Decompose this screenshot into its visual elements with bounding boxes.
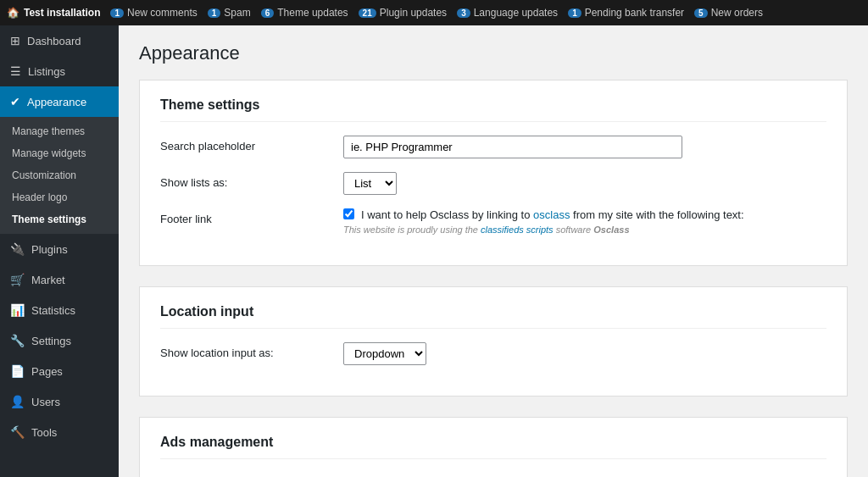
theme-updates-label: Theme updates: [277, 7, 348, 19]
pending-bank-badge: 1: [568, 8, 581, 18]
plugin-updates-label: Plugin updates: [380, 7, 447, 19]
plugin-updates-badge: 21: [359, 8, 376, 18]
sidebar-label-plugins: Plugins: [31, 243, 68, 256]
sidebar-item-theme-settings[interactable]: Theme settings: [0, 208, 119, 230]
sidebar-label-pages: Pages: [31, 365, 63, 378]
new-comments-label: New comments: [127, 7, 198, 19]
topbar-language-updates[interactable]: 3 Language updates: [457, 7, 558, 19]
location-input-section: Location input Show location input as: D…: [139, 286, 848, 397]
language-updates-label: Language updates: [474, 7, 558, 19]
tools-icon: 🔨: [10, 425, 25, 439]
language-updates-badge: 3: [457, 8, 470, 18]
sidebar-item-statistics[interactable]: 📊 Statistics: [0, 295, 119, 325]
search-placeholder-row: Search placeholder: [160, 136, 826, 158]
topbar-theme-updates[interactable]: 6 Theme updates: [261, 7, 348, 19]
sidebar-label-settings: Settings: [31, 335, 71, 347]
show-location-select[interactable]: Dropdown Text input: [343, 342, 426, 365]
location-input-title: Location input: [160, 304, 826, 329]
market-icon: 🛒: [10, 273, 25, 286]
sidebar-item-header-logo[interactable]: Header logo: [0, 186, 119, 208]
sidebar-label-users: Users: [31, 396, 60, 408]
sidebar-item-market[interactable]: 🛒 Market: [0, 264, 119, 295]
theme-settings-section: Theme settings Search placeholder Show l…: [139, 80, 848, 266]
osclass-brand: Osclass: [593, 225, 629, 235]
sidebar: ⊞ Dashboard ☰ Listings ✔ Appearance Mana…: [0, 25, 119, 477]
footer-link-inner: I want to help Osclass by linking to osc…: [343, 208, 826, 221]
plugins-icon: 🔌: [10, 242, 25, 256]
spam-label: Spam: [224, 7, 250, 19]
sidebar-item-customization[interactable]: Customization: [0, 164, 119, 186]
topbar-new-comments[interactable]: 1 New comments: [110, 7, 197, 19]
sidebar-label-listings: Listings: [28, 65, 65, 78]
sidebar-item-manage-themes[interactable]: Manage themes: [0, 120, 119, 142]
topbar-site-name: Test installation: [24, 7, 100, 19]
classifieds-scripts-link[interactable]: classifieds scripts: [481, 225, 554, 235]
topbar-site[interactable]: 🏠 Test installation: [7, 7, 100, 19]
new-orders-label: New orders: [711, 7, 763, 19]
show-location-control: Dropdown Text input: [343, 342, 826, 365]
ads-info-line1: In this section you can configure your s…: [160, 473, 826, 477]
show-location-row: Show location input as: Dropdown Text in…: [160, 342, 826, 365]
ads-management-section: Ads management In this section you can c…: [139, 417, 848, 477]
users-icon: 👤: [10, 395, 25, 408]
sidebar-label-dashboard: Dashboard: [27, 35, 81, 47]
topbar-plugin-updates[interactable]: 21 Plugin updates: [359, 7, 448, 19]
home-icon: 🏠: [7, 7, 19, 19]
sidebar-item-dashboard[interactable]: ⊞ Dashboard: [0, 25, 119, 56]
footer-link-text: I want to help Osclass by linking to osc…: [361, 208, 744, 221]
sidebar-item-tools[interactable]: 🔨 Tools: [0, 417, 119, 447]
sidebar-item-settings[interactable]: 🔧 Settings: [0, 325, 119, 356]
sidebar-item-pages[interactable]: 📄 Pages: [0, 356, 119, 386]
sidebar-label-appearance: Appearance: [27, 96, 86, 108]
pending-bank-label: Pending bank transfer: [585, 7, 684, 19]
spam-badge: 1: [208, 8, 221, 18]
sidebar-label-tools: Tools: [31, 426, 57, 439]
sidebar-item-plugins[interactable]: 🔌 Plugins: [0, 234, 119, 264]
sidebar-item-users[interactable]: 👤 Users: [0, 386, 119, 417]
footer-link-control: I want to help Osclass by linking to osc…: [343, 208, 826, 235]
search-placeholder-label: Search placeholder: [160, 136, 330, 153]
settings-icon: 🔧: [10, 334, 25, 347]
show-lists-label: Show lists as:: [160, 172, 330, 189]
new-orders-badge: 5: [694, 8, 708, 18]
sidebar-sub-appearance: Manage themes Manage widgets Customizati…: [0, 117, 119, 234]
sidebar-label-statistics: Statistics: [31, 304, 75, 317]
footer-subtext: This website is proudly using the classi…: [343, 225, 826, 235]
search-placeholder-input[interactable]: [343, 136, 682, 158]
footer-link-label: Footer link: [160, 208, 330, 225]
statistics-icon: 📊: [10, 303, 25, 317]
new-comments-badge: 1: [110, 8, 124, 18]
show-lists-control: List Grid: [343, 172, 826, 195]
show-lists-row: Show lists as: List Grid: [160, 172, 826, 195]
footer-link-checkbox[interactable]: [343, 208, 354, 219]
topbar: 🏠 Test installation 1 New comments 1 Spa…: [0, 0, 868, 25]
sidebar-item-listings[interactable]: ☰ Listings: [0, 56, 119, 86]
listings-icon: ☰: [10, 64, 21, 78]
main-content: Appearance Theme settings Search placeho…: [119, 25, 868, 477]
show-lists-select[interactable]: List Grid: [343, 172, 397, 195]
osclass-link[interactable]: osclass: [533, 208, 570, 221]
footer-link-row: Footer link I want to help Osclass by li…: [160, 208, 826, 235]
dashboard-icon: ⊞: [10, 34, 20, 47]
sidebar-item-manage-widgets[interactable]: Manage widgets: [0, 142, 119, 164]
appearance-icon: ✔: [10, 95, 20, 108]
search-placeholder-control: [343, 136, 826, 158]
sidebar-label-market: Market: [31, 274, 65, 286]
topbar-spam[interactable]: 1 Spam: [208, 7, 251, 19]
ads-management-title: Ads management: [160, 435, 826, 459]
sidebar-item-appearance[interactable]: ✔ Appearance: [0, 86, 119, 117]
theme-settings-title: Theme settings: [160, 97, 826, 122]
topbar-pending-bank[interactable]: 1 Pending bank transfer: [568, 7, 684, 19]
topbar-new-orders[interactable]: 5 New orders: [694, 7, 763, 19]
pages-icon: 📄: [10, 364, 25, 378]
page-title: Appearance: [139, 42, 848, 64]
theme-updates-badge: 6: [261, 8, 275, 18]
show-location-label: Show location input as:: [160, 342, 330, 359]
